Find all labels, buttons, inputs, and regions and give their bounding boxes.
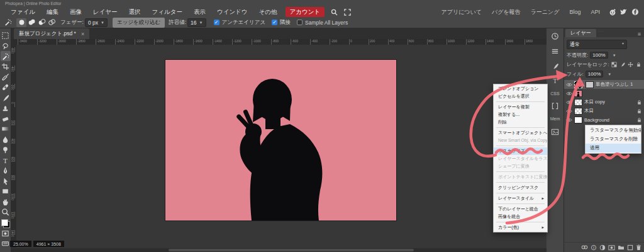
- menu-item[interactable]: ラスターマスクを削除: [586, 135, 641, 144]
- horizontal-scrollbar[interactable]: [11, 248, 547, 252]
- layer-thumbnail[interactable]: [574, 90, 582, 97]
- selection-mode-new-icon[interactable]: [16, 18, 26, 27]
- menu-item[interactable]: ラスターマスクを無効化: [586, 126, 641, 135]
- account-button[interactable]: アカウント: [286, 7, 325, 17]
- menu-item[interactable]: ラスタライズ: [494, 147, 547, 155]
- path-select-tool[interactable]: [1, 176, 11, 186]
- lock-all-icon[interactable]: [636, 62, 641, 67]
- layer-thumbnail[interactable]: [574, 81, 582, 88]
- feather-input[interactable]: 0 px▼: [85, 18, 108, 27]
- clone-stamp-tool[interactable]: [1, 103, 11, 113]
- zoom-level[interactable]: 25.00%: [10, 241, 31, 247]
- reddit-icon[interactable]: [609, 8, 616, 16]
- refine-edge-button[interactable]: エッジを絞り込む: [113, 18, 165, 28]
- menu-item[interactable]: 下のレイヤーと統合: [494, 205, 547, 213]
- zoom-tool[interactable]: [1, 207, 11, 217]
- opacity-value[interactable]: 100%: [590, 52, 608, 59]
- document-canvas[interactable]: [165, 60, 396, 220]
- visibility-eye-icon[interactable]: [566, 118, 572, 122]
- contiguous-checkbox[interactable]: ✓: [272, 20, 277, 25]
- quick-mask-icon[interactable]: [1, 228, 11, 238]
- document-tab[interactable]: 新規プロジェクト.psd * ×: [14, 28, 89, 39]
- menu-item[interactable]: レイヤーを複製: [494, 103, 547, 111]
- selection-mode-intersect-icon[interactable]: [47, 18, 57, 27]
- magic-wand-tool[interactable]: [1, 51, 11, 61]
- screen-mode-icon[interactable]: [1, 239, 11, 249]
- menu-view[interactable]: 表示: [188, 8, 211, 16]
- rect-select-tool[interactable]: [1, 30, 11, 40]
- menu-item[interactable]: 複製する...: [494, 111, 547, 118]
- brush-tool[interactable]: [1, 93, 11, 103]
- panel-menu-icon[interactable]: ≡: [638, 31, 641, 37]
- layer-row-image[interactable]: [564, 89, 644, 98]
- link-report-bug[interactable]: バグを報告: [487, 8, 526, 16]
- menu-select[interactable]: 選択: [123, 8, 147, 16]
- type-tool[interactable]: T: [1, 155, 11, 165]
- menu-layer[interactable]: レイヤー: [87, 8, 123, 16]
- dodge-tool[interactable]: [1, 145, 11, 155]
- menu-item[interactable]: クリッピングマスク: [494, 184, 547, 192]
- layer-row-solid-fill[interactable]: 単色塗りつぶし 1: [564, 80, 644, 89]
- brush-panel-icon[interactable]: [551, 62, 559, 71]
- menu-item[interactable]: 画像を統合: [494, 213, 547, 220]
- sample-all-layers-checkbox[interactable]: [297, 20, 303, 25]
- foreground-color-swatch[interactable]: [1, 219, 8, 226]
- add-mask-icon[interactable]: [608, 244, 615, 251]
- menu-item[interactable]: レイヤースタイル: [494, 195, 547, 202]
- menu-item[interactable]: スマートオブジェクトへの変換: [494, 129, 547, 137]
- blur-tool[interactable]: [1, 134, 11, 144]
- menu-item[interactable]: 適用: [586, 144, 641, 152]
- link-api[interactable]: API: [586, 9, 605, 15]
- menu-item[interactable]: ブレンドオプション: [494, 85, 547, 93]
- shape-tool[interactable]: [1, 186, 11, 197]
- layer-row-copy[interactable]: 木目 copy: [564, 98, 644, 106]
- search-icon[interactable]: [331, 9, 338, 16]
- layer-thumbnail[interactable]: [574, 108, 582, 115]
- memory-panel-label[interactable]: Mem: [550, 117, 560, 121]
- menu-item[interactable]: 削除: [494, 118, 547, 126]
- css-panel-label[interactable]: CSS: [550, 91, 559, 96]
- menu-item[interactable]: カラー(色): [494, 224, 547, 231]
- tolerance-input[interactable]: 16▼: [187, 18, 206, 27]
- blend-mode-select[interactable]: 通常▾: [567, 40, 627, 49]
- visibility-eye-icon[interactable]: [566, 83, 572, 87]
- new-group-icon[interactable]: [618, 244, 625, 250]
- link-learn[interactable]: ラーニング: [526, 8, 565, 16]
- properties-icon[interactable]: [551, 47, 559, 55]
- menu-more[interactable]: その他: [253, 8, 283, 16]
- menu-file[interactable]: ファイル: [5, 8, 41, 16]
- menu-filter[interactable]: フィルター: [147, 8, 188, 16]
- layer-mask-thumbnail[interactable]: [586, 81, 594, 88]
- edit-panel-icon[interactable]: [552, 103, 558, 110]
- twitter-icon[interactable]: [620, 8, 628, 16]
- pen-tool[interactable]: [1, 166, 11, 176]
- layer-name[interactable]: 木目: [584, 108, 594, 114]
- layer-thumbnail[interactable]: [574, 117, 582, 123]
- link-blog[interactable]: Blog: [564, 9, 586, 15]
- history-icon[interactable]: [551, 32, 559, 40]
- image-panel-icon[interactable]: [551, 128, 559, 136]
- link-layers-icon[interactable]: [581, 244, 588, 250]
- color-swatches[interactable]: [1, 219, 10, 228]
- selection-mode-subtract-icon[interactable]: [36, 18, 47, 27]
- new-layer-icon[interactable]: [627, 244, 633, 251]
- character-panel-icon[interactable]: T: [553, 77, 557, 84]
- layer-thumbnail[interactable]: [574, 99, 582, 106]
- fullscreen-icon[interactable]: [344, 9, 351, 16]
- menu-image[interactable]: 画像: [64, 8, 87, 16]
- gradient-tool[interactable]: [1, 124, 11, 134]
- link-about[interactable]: アプリについて: [436, 8, 487, 16]
- layer-name[interactable]: Background: [584, 117, 609, 123]
- lock-pixels-icon[interactable]: [619, 62, 625, 67]
- magic-wand-current-tool-icon[interactable]: [3, 18, 13, 27]
- antialias-checkbox[interactable]: ✓: [214, 20, 219, 25]
- delete-layer-icon[interactable]: [636, 244, 641, 251]
- lock-transparency-icon[interactable]: [611, 62, 617, 67]
- facebook-icon[interactable]: [631, 8, 639, 16]
- healing-brush-tool[interactable]: [1, 83, 11, 93]
- visibility-eye-icon[interactable]: [566, 109, 572, 113]
- visibility-eye-icon[interactable]: [566, 100, 572, 105]
- layer-style-icon[interactable]: f: [591, 244, 597, 251]
- lasso-tool[interactable]: [1, 41, 11, 51]
- hand-tool[interactable]: [1, 197, 11, 207]
